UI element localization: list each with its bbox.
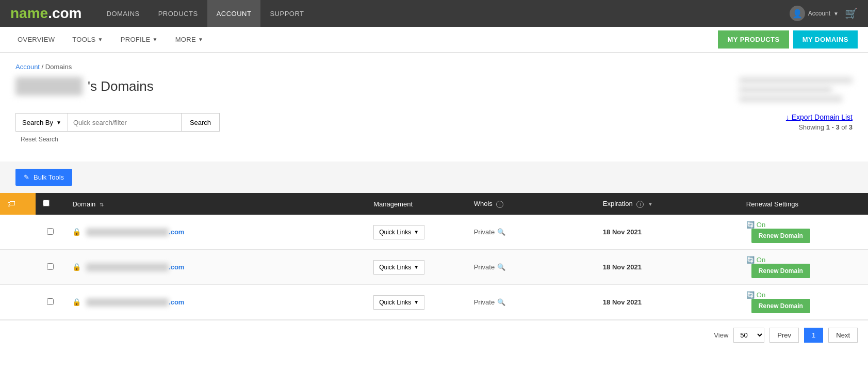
- row1-renew-domain-button[interactable]: Renew Domain: [751, 229, 810, 243]
- search-area: Search By ▼ Search Reset Search: [15, 113, 220, 143]
- row2-whois-search-icon[interactable]: 🔍: [497, 263, 505, 271]
- row2-domain-blurred: [86, 263, 169, 271]
- row2-whois-label: Private: [474, 263, 495, 271]
- select-all-checkbox[interactable]: [43, 200, 50, 206]
- row3-lock-icon: 🔒: [72, 298, 81, 306]
- row1-quick-links-label: Quick Links: [379, 229, 411, 236]
- user-label: Account: [808, 10, 830, 17]
- subnav-more[interactable]: MORE ▼: [168, 27, 210, 53]
- export-domain-list-link[interactable]: ↓ Export Domain List: [786, 113, 853, 121]
- th-whois: Whois i: [467, 193, 596, 215]
- row1-whois-cell: Private 🔍: [467, 215, 596, 250]
- username-blurred: [15, 77, 83, 95]
- logo-com: com: [52, 5, 82, 22]
- header-info-line2: [739, 86, 832, 93]
- row2-lock-icon: 🔒: [72, 263, 81, 271]
- prev-page-button[interactable]: Prev: [769, 328, 799, 343]
- row1-lock-icon: 🔒: [72, 228, 81, 236]
- nav-products[interactable]: PRODUCTS: [149, 0, 207, 27]
- showing-text: Showing 1 - 3 of 3: [786, 123, 853, 131]
- th-renewal-settings: Renewal Settings: [739, 193, 868, 215]
- nav-domains[interactable]: DOMAINS: [97, 0, 149, 27]
- th-tag: 🏷: [0, 193, 36, 215]
- row2-quick-links-button[interactable]: Quick Links ▼: [373, 260, 424, 275]
- row3-domain-suffix[interactable]: .com: [169, 298, 184, 306]
- nav-account[interactable]: ACCOUNT: [207, 0, 261, 27]
- showing-of: of: [840, 123, 849, 131]
- search-button[interactable]: Search: [182, 113, 220, 132]
- cart-icon[interactable]: 🛒: [845, 7, 858, 20]
- breadcrumb-separator: /: [42, 63, 45, 71]
- row2-renew-domain-button[interactable]: Renew Domain: [751, 264, 810, 278]
- profile-chevron-icon: ▼: [153, 37, 158, 42]
- whois-info-icon[interactable]: i: [496, 201, 503, 208]
- page-title: 's Domains: [88, 78, 154, 94]
- user-chevron-icon: ▼: [833, 11, 839, 17]
- nav-support[interactable]: SUPPORT: [260, 0, 313, 27]
- row3-quick-links-label: Quick Links: [379, 299, 411, 306]
- showing-total: 3: [849, 123, 853, 131]
- bulk-tools-icon: ✎: [24, 173, 29, 181]
- row3-renew-domain-button[interactable]: Renew Domain: [751, 299, 810, 313]
- subnav-profile[interactable]: PROFILE ▼: [113, 27, 165, 53]
- logo-dot: .: [48, 5, 52, 22]
- row2-checkbox-cell: [36, 250, 65, 285]
- breadcrumb: Account / Domains: [15, 63, 853, 71]
- page-1-button[interactable]: 1: [804, 328, 823, 343]
- user-area[interactable]: 👤 Account ▼: [790, 6, 839, 21]
- row2-checkbox[interactable]: [47, 263, 54, 270]
- domains-table: 🏷 Domain ⇅ Management Whois i Expiration…: [0, 193, 868, 320]
- row1-domain-suffix[interactable]: .com: [169, 228, 184, 236]
- row2-renewal-cell: 🔄 On Renew Domain: [739, 250, 868, 285]
- row1-expiration-cell: 18 Nov 2021: [596, 215, 739, 250]
- row1-refresh-icon: 🔄: [746, 221, 755, 229]
- top-navigation: name.com DOMAINS PRODUCTS ACCOUNT SUPPOR…: [0, 0, 868, 27]
- row2-domain-suffix[interactable]: .com: [169, 263, 184, 271]
- th-checkbox: [36, 193, 65, 215]
- row1-whois-label: Private: [474, 228, 495, 236]
- row3-whois-search-icon[interactable]: 🔍: [497, 298, 505, 306]
- row3-expiry-date: 18 Nov 2021: [603, 298, 642, 306]
- search-by-label: Search By: [22, 119, 53, 126]
- bulk-tools-button[interactable]: ✎ Bulk Tools: [15, 169, 72, 186]
- row3-quick-links-button[interactable]: Quick Links ▼: [373, 295, 424, 310]
- my-products-button[interactable]: MY PRODUCTS: [718, 30, 789, 49]
- next-page-button[interactable]: Next: [828, 328, 858, 343]
- breadcrumb-current: Domains: [45, 63, 72, 71]
- reset-search-link[interactable]: Reset Search: [21, 136, 58, 143]
- tag-icon: 🏷: [7, 199, 15, 208]
- sub-nav-left: OVERVIEW TOOLS ▼ PROFILE ▼ MORE ▼: [10, 27, 718, 53]
- avatar: 👤: [790, 6, 805, 21]
- row1-checkbox[interactable]: [47, 228, 54, 235]
- domain-sort-icon[interactable]: ⇅: [100, 202, 104, 207]
- row1-checkbox-cell: [36, 215, 65, 250]
- view-label: View: [714, 331, 728, 339]
- expiration-sort-icon[interactable]: ▼: [648, 201, 653, 207]
- subnav-overview[interactable]: OVERVIEW: [10, 27, 62, 53]
- row2-expiry-date: 18 Nov 2021: [603, 263, 642, 271]
- row2-domain-cell: 🔒 .com: [65, 250, 366, 285]
- bulk-tools-area: ✎ Bulk Tools: [0, 162, 868, 193]
- search-by-button[interactable]: Search By ▼: [15, 113, 68, 132]
- row2-expiration-cell: 18 Nov 2021: [596, 250, 739, 285]
- row3-renewal-status: 🔄 On: [746, 291, 861, 299]
- row3-checkbox[interactable]: [47, 298, 54, 305]
- subnav-tools[interactable]: TOOLS ▼: [65, 27, 110, 53]
- search-input[interactable]: [68, 113, 182, 132]
- row2-renewal-on-label: On: [757, 256, 765, 264]
- row3-whois-label: Private: [474, 298, 495, 306]
- row1-management-cell: Quick Links ▼: [366, 215, 467, 250]
- export-area: ↓ Export Domain List Showing 1 - 3 of 3: [786, 113, 853, 131]
- row3-checkbox-cell: [36, 285, 65, 320]
- row1-quick-links-button[interactable]: Quick Links ▼: [373, 225, 424, 239]
- row1-domain-cell: 🔒 .com: [65, 215, 366, 250]
- expiration-info-icon[interactable]: i: [636, 201, 644, 208]
- row1-renewal-on-label: On: [757, 221, 765, 229]
- site-logo[interactable]: name.com: [10, 5, 82, 22]
- sub-navigation: OVERVIEW TOOLS ▼ PROFILE ▼ MORE ▼ MY PRO…: [0, 27, 868, 53]
- my-domains-button[interactable]: MY DOMAINS: [793, 30, 858, 49]
- search-by-chevron-icon: ▼: [56, 120, 61, 125]
- view-per-page-select[interactable]: 50 25 100: [733, 328, 764, 343]
- breadcrumb-account[interactable]: Account: [15, 63, 40, 71]
- row1-whois-search-icon[interactable]: 🔍: [497, 228, 505, 236]
